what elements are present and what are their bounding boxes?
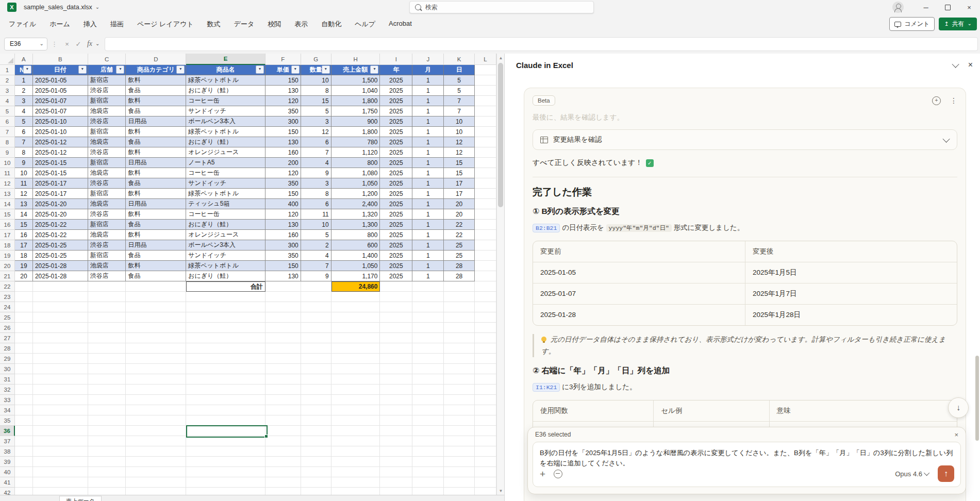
cell[interactable]: 20	[15, 271, 33, 281]
cell[interactable]: 600	[331, 240, 380, 250]
cell[interactable]	[412, 312, 444, 323]
cell[interactable]	[301, 312, 331, 323]
cell[interactable]	[301, 385, 331, 395]
cell[interactable]: 日用品	[126, 199, 186, 209]
cell[interactable]	[265, 343, 301, 354]
cell[interactable]: ボールペン3本入	[186, 116, 265, 127]
cell[interactable]	[265, 333, 301, 343]
cell[interactable]	[186, 374, 265, 385]
cell[interactable]: 日用品	[126, 240, 186, 250]
cell[interactable]: 1,400	[331, 250, 380, 261]
cell[interactable]: 5	[444, 75, 475, 86]
cell[interactable]: おにぎり（鮭）	[186, 271, 265, 281]
cell[interactable]: 2025-01-15	[33, 168, 88, 178]
header-cell-K1[interactable]: 日	[444, 65, 475, 75]
cell[interactable]: 1	[412, 189, 444, 199]
cell[interactable]	[88, 467, 126, 477]
cell[interactable]: 池袋店	[88, 261, 126, 271]
cell[interactable]	[380, 477, 412, 488]
cell[interactable]	[380, 426, 412, 436]
cell[interactable]	[444, 374, 475, 385]
cell[interactable]	[475, 168, 496, 178]
comments-button[interactable]: コメント	[889, 17, 935, 31]
cell[interactable]	[186, 364, 265, 374]
cell[interactable]	[265, 312, 301, 323]
cell[interactable]	[475, 96, 496, 106]
cell[interactable]: 130	[265, 271, 301, 281]
cell[interactable]: 350	[265, 178, 301, 189]
cell[interactable]	[380, 385, 412, 395]
row-header-1[interactable]: 1	[0, 65, 15, 75]
header-cell-G1[interactable]: 数量▾	[301, 65, 331, 75]
cell[interactable]	[33, 467, 88, 477]
row-header-36[interactable]: 36	[0, 426, 15, 436]
cell[interactable]: 1	[412, 240, 444, 250]
cell[interactable]: 渋谷店	[88, 86, 126, 96]
model-selector[interactable]: Opus 4.6	[895, 470, 929, 478]
cell[interactable]	[475, 302, 496, 312]
cell[interactable]: 1	[412, 209, 444, 220]
cell[interactable]	[475, 240, 496, 250]
cell[interactable]	[380, 343, 412, 354]
cell[interactable]	[265, 385, 301, 395]
cell[interactable]	[33, 426, 88, 436]
cell[interactable]	[186, 488, 265, 495]
cell[interactable]	[380, 354, 412, 364]
cell[interactable]	[88, 333, 126, 343]
cell[interactable]: 120	[265, 209, 301, 220]
scroll-up-icon[interactable]: ▲	[497, 54, 505, 62]
cell[interactable]	[301, 302, 331, 312]
cell[interactable]	[331, 374, 380, 385]
cell[interactable]: 16	[15, 230, 33, 240]
cell[interactable]: 1	[412, 261, 444, 271]
cell[interactable]	[126, 488, 186, 495]
column-header-H[interactable]: H	[331, 54, 380, 65]
cell[interactable]	[265, 405, 301, 415]
cell[interactable]	[33, 374, 88, 385]
cell[interactable]	[412, 374, 444, 385]
cell[interactable]	[444, 477, 475, 488]
cell[interactable]: 1,200	[331, 189, 380, 199]
cell[interactable]	[475, 426, 496, 436]
cell[interactable]: 9	[301, 168, 331, 178]
ribbon-tab-4[interactable]: ページ レイアウト	[130, 16, 201, 32]
filter-dropdown-icon[interactable]: ▾	[370, 65, 378, 74]
cell[interactable]	[88, 436, 126, 446]
cell[interactable]: 2025-01-22	[33, 230, 88, 240]
row-header-9[interactable]: 9	[0, 147, 15, 158]
ribbon-tab-0[interactable]: ファイル	[2, 16, 43, 32]
ribbon-tab-2[interactable]: 挿入	[77, 16, 104, 32]
cell[interactable]: 1	[412, 158, 444, 168]
cell[interactable]	[88, 302, 126, 312]
cell[interactable]	[475, 333, 496, 343]
cell[interactable]: オレンジジュース	[186, 230, 265, 240]
row-header-21[interactable]: 21	[0, 271, 15, 281]
cell[interactable]	[186, 323, 265, 333]
cell[interactable]: 2025	[380, 178, 412, 189]
cell[interactable]	[33, 405, 88, 415]
cell[interactable]: 1,300	[331, 220, 380, 230]
row-header-28[interactable]: 28	[0, 343, 15, 354]
cell[interactable]: 2025	[380, 168, 412, 178]
cell[interactable]	[475, 271, 496, 281]
cell[interactable]: 3	[301, 178, 331, 189]
cell[interactable]: 150	[265, 75, 301, 86]
cell[interactable]: 17	[15, 240, 33, 250]
ribbon-tab-6[interactable]: データ	[227, 16, 261, 32]
cell[interactable]: 9	[301, 271, 331, 281]
cell[interactable]	[88, 374, 126, 385]
cell[interactable]: 900	[331, 116, 380, 127]
cell[interactable]	[475, 436, 496, 446]
cell[interactable]: 2025	[380, 189, 412, 199]
cell[interactable]	[88, 405, 126, 415]
cell[interactable]	[412, 488, 444, 495]
cell[interactable]: ノートA5	[186, 158, 265, 168]
cell[interactable]: 5	[301, 106, 331, 116]
cell[interactable]: 150	[265, 127, 301, 137]
cell[interactable]: 池袋店	[88, 199, 126, 209]
cell[interactable]	[126, 426, 186, 436]
cell[interactable]	[186, 312, 265, 323]
restore-button[interactable]	[937, 0, 958, 14]
cell[interactable]: 飲料	[126, 96, 186, 106]
cell[interactable]	[475, 374, 496, 385]
